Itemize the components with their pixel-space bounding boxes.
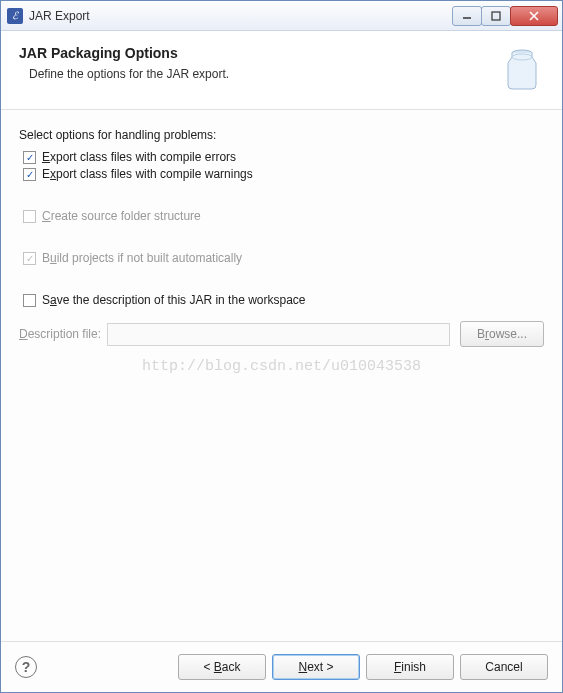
content-area: Select options for handling problems: ✓ … xyxy=(1,110,562,641)
maximize-button[interactable] xyxy=(481,6,511,26)
checkbox-icon xyxy=(23,210,36,223)
checkbox-icon: ✓ xyxy=(23,252,36,265)
options-section-label: Select options for handling problems: xyxy=(19,128,544,142)
svg-rect-1 xyxy=(492,12,500,20)
watermark-text: http://blog.csdn.net/u010043538 xyxy=(1,358,562,375)
build-projects-checkbox: ✓ Build projects if not built automatica… xyxy=(23,251,544,265)
description-file-label: Description file: xyxy=(19,327,101,341)
export-warnings-checkbox[interactable]: ✓ Export class files with compile warnin… xyxy=(23,167,544,181)
description-file-input xyxy=(107,323,450,346)
close-icon xyxy=(528,10,540,22)
checkbox-label: Export class files with compile errors xyxy=(42,150,236,164)
button-bar: ? < Back Next > Finish Cancel xyxy=(1,641,562,692)
jar-icon xyxy=(500,45,544,93)
wizard-header: JAR Packaging Options Define the options… xyxy=(1,31,562,110)
browse-label: Browse... xyxy=(477,327,527,341)
cancel-button[interactable]: Cancel xyxy=(460,654,548,680)
checkbox-icon xyxy=(23,294,36,307)
maximize-icon xyxy=(491,11,501,21)
button-label: Finish xyxy=(394,660,426,674)
page-subtitle: Define the options for the JAR export. xyxy=(29,67,500,81)
minimize-button[interactable] xyxy=(452,6,482,26)
button-label: Next > xyxy=(298,660,333,674)
minimize-icon xyxy=(462,11,472,21)
titlebar: ℰ JAR Export xyxy=(1,1,562,31)
checkbox-icon: ✓ xyxy=(23,168,36,181)
finish-button[interactable]: Finish xyxy=(366,654,454,680)
next-button[interactable]: Next > xyxy=(272,654,360,680)
button-label: < Back xyxy=(203,660,240,674)
browse-button: Browse... xyxy=(460,321,544,347)
save-description-checkbox[interactable]: Save the description of this JAR in the … xyxy=(23,293,544,307)
window-title: JAR Export xyxy=(29,9,453,23)
checkbox-icon: ✓ xyxy=(23,151,36,164)
checkbox-label: Create source folder structure xyxy=(42,209,201,223)
page-title: JAR Packaging Options xyxy=(19,45,500,61)
close-button[interactable] xyxy=(510,6,558,26)
checkbox-label: Export class files with compile warnings xyxy=(42,167,253,181)
window-controls xyxy=(453,6,558,26)
button-label: Cancel xyxy=(485,660,522,674)
export-errors-checkbox[interactable]: ✓ Export class files with compile errors xyxy=(23,150,544,164)
help-icon[interactable]: ? xyxy=(15,656,37,678)
back-button[interactable]: < Back xyxy=(178,654,266,680)
app-icon: ℰ xyxy=(7,8,23,24)
dialog-window: ℰ JAR Export JAR Packaging Options Defin… xyxy=(0,0,563,693)
description-file-row: Description file: Browse... xyxy=(19,321,544,347)
header-text: JAR Packaging Options Define the options… xyxy=(19,45,500,81)
checkbox-label: Build projects if not built automaticall… xyxy=(42,251,242,265)
create-source-folder-checkbox: Create source folder structure xyxy=(23,209,544,223)
checkbox-label: Save the description of this JAR in the … xyxy=(42,293,306,307)
